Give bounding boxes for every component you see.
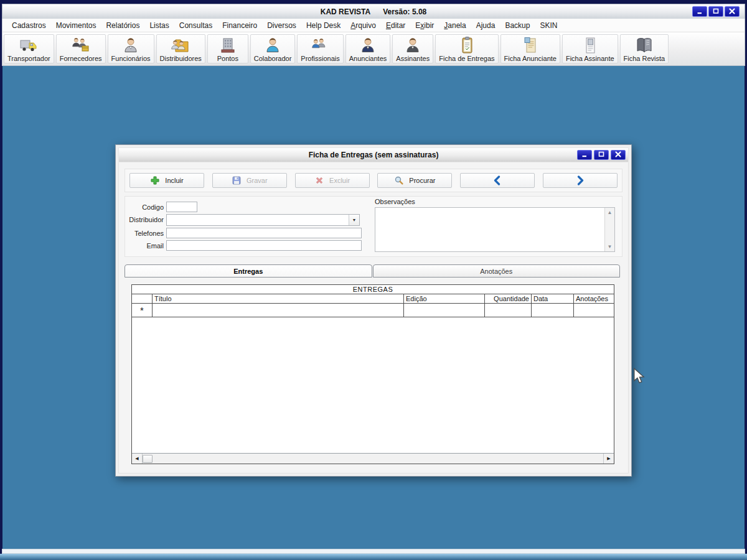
- ficha-de-entregas-window: Ficha de Entregas (sem assinaturas) Incl…: [115, 144, 632, 477]
- grid-column-header-edicao[interactable]: Edição: [404, 294, 485, 303]
- grid-column-header-anotacoes[interactable]: Anotações: [574, 294, 614, 303]
- observacoes-scrollbar[interactable]: ▲ ▼: [604, 208, 614, 251]
- toolbar-button-ficha-anunciante[interactable]: Ficha Anunciante: [500, 34, 560, 63]
- chevron-down-icon[interactable]: ▼: [349, 215, 359, 225]
- dialog-title: Ficha de Entregas (sem assinaturas): [309, 151, 439, 159]
- dialog-maximize-button[interactable]: [594, 150, 609, 160]
- next-record-button[interactable]: [543, 173, 618, 188]
- advertiser-person-icon: [359, 36, 377, 55]
- toolbar-button-profissionais[interactable]: Profissionais: [297, 34, 343, 63]
- close-button[interactable]: [725, 6, 740, 17]
- desktop: KAD REVISTA Versão: 5.08 CadastrosMovime…: [0, 0, 747, 560]
- collaborator-person-icon: [263, 36, 282, 55]
- toolbar-button-ficha-de-entregas[interactable]: Ficha de Entregas: [435, 34, 498, 63]
- toolbar-button-label: Transportador: [7, 55, 50, 62]
- menu-bar: CadastrosMovimentosRelatóriosListasConsu…: [2, 19, 745, 32]
- menu-item-janela[interactable]: Janela: [439, 19, 470, 32]
- scroll-down-icon[interactable]: ▼: [608, 244, 613, 250]
- grid-new-row-cell-titulo[interactable]: [153, 304, 404, 317]
- gravar-button[interactable]: Gravar: [212, 173, 287, 188]
- scroll-up-icon[interactable]: ▲: [608, 210, 613, 215]
- grid-new-row-cell-edicao[interactable]: [404, 304, 485, 317]
- subscriber-person-icon: [403, 36, 422, 55]
- mouse-cursor: [632, 368, 645, 384]
- tab-strip: Entregas Anotações: [125, 264, 620, 278]
- folder-people-icon: [171, 36, 190, 55]
- previous-record-button[interactable]: [460, 173, 535, 188]
- main-window-title: KAD REVISTA Versão: 5.08: [321, 7, 427, 16]
- menu-item-relatorios[interactable]: Relatórios: [101, 19, 144, 32]
- observacoes-textarea[interactable]: [375, 208, 604, 251]
- email-label: Email: [125, 242, 164, 250]
- grid-new-row-cell-indicator[interactable]: *: [132, 304, 153, 317]
- menu-item-cadastros[interactable]: Cadastros: [7, 19, 50, 32]
- employee-person-icon: [121, 36, 140, 55]
- delete-icon: [314, 175, 324, 185]
- app-title: KAD REVISTA: [321, 7, 370, 16]
- save-icon: [232, 175, 242, 185]
- truck-icon: [19, 36, 38, 55]
- grid-column-header-quantidade[interactable]: Quantidade: [485, 294, 532, 303]
- telefones-input[interactable]: [166, 228, 362, 238]
- menu-item-arquivo[interactable]: Arquivo: [346, 19, 380, 32]
- dialog-button-label: Gravar: [247, 177, 268, 184]
- maximize-button[interactable]: [708, 6, 723, 17]
- tab-entregas[interactable]: Entregas: [125, 264, 372, 278]
- menu-item-backup[interactable]: Backup: [500, 19, 534, 32]
- codigo-input[interactable]: [166, 202, 197, 212]
- scrollbar-thumb[interactable]: [143, 455, 153, 463]
- grid-column-header-titulo[interactable]: Título: [153, 294, 404, 303]
- incluir-button[interactable]: Incluir: [129, 173, 204, 188]
- maximize-icon: [712, 7, 720, 16]
- excluir-button[interactable]: Excluir: [295, 173, 370, 188]
- document-photo-icon: [581, 36, 599, 55]
- toolbar-button-assinantes[interactable]: Assinantes: [392, 34, 433, 63]
- toolbar-button-ficha-revista[interactable]: Ficha Revista: [620, 34, 669, 63]
- menu-item-skin[interactable]: SKIN: [535, 19, 561, 32]
- toolbar-button-distribuidores[interactable]: Distribuidores: [156, 34, 205, 63]
- toolbar-button-ficha-assinante[interactable]: Ficha Assinante: [562, 34, 618, 63]
- grid-new-row[interactable]: *: [132, 304, 614, 317]
- toolbar-button-anunciantes[interactable]: Anunciantes: [345, 34, 391, 63]
- toolbar-button-label: Colaborador: [254, 55, 292, 62]
- toolbar-button-label: Ficha Revista: [624, 55, 665, 62]
- grid-new-row-cell-anotacoes[interactable]: [574, 304, 614, 317]
- grid-horizontal-scrollbar[interactable]: ◀ ▶: [132, 453, 614, 464]
- distribuidor-combobox[interactable]: ▼: [166, 214, 360, 226]
- toolbar-button-transportador[interactable]: Transportador: [4, 34, 54, 63]
- menu-item-listas[interactable]: Listas: [145, 19, 173, 32]
- dialog-close-button[interactable]: [611, 150, 626, 160]
- codigo-label: Codigo: [125, 203, 164, 211]
- dialog-body: Incluir GravarExcluir Procurar Codigo Di…: [118, 162, 629, 474]
- menu-item-financeiro[interactable]: Financeiro: [218, 19, 261, 32]
- menu-item-ajuda[interactable]: Ajuda: [472, 19, 500, 32]
- mdi-client-area: Ficha de Entregas (sem assinaturas) Incl…: [2, 66, 745, 549]
- scroll-right-icon[interactable]: ▶: [603, 454, 614, 464]
- toolbar-button-colaborador[interactable]: Colaborador: [250, 34, 296, 63]
- toolbar-button-fornecedores[interactable]: Fornecedores: [56, 34, 106, 63]
- dialog-minimize-button[interactable]: [577, 150, 592, 160]
- menu-item-editar[interactable]: Editar: [382, 19, 410, 32]
- menu-item-consultas[interactable]: Consultas: [175, 19, 217, 32]
- menu-item-exibir[interactable]: Exibir: [411, 19, 438, 32]
- grid-column-header-data[interactable]: Data: [532, 294, 574, 303]
- menu-item-movimentos[interactable]: Movimentos: [52, 19, 101, 32]
- grid-new-row-cell-data[interactable]: [532, 304, 574, 317]
- grid-header-row: TítuloEdiçãoQuantidadeDataAnotações: [132, 294, 614, 304]
- email-input[interactable]: [166, 240, 362, 251]
- menu-item-diversos[interactable]: Diversos: [263, 19, 301, 32]
- grid-new-row-cell-quantidade[interactable]: [485, 304, 532, 317]
- procurar-button[interactable]: Procurar: [377, 173, 452, 188]
- menu-item-help-desk[interactable]: Help Desk: [302, 19, 345, 32]
- scroll-left-icon[interactable]: ◀: [132, 454, 143, 464]
- grid-column-header-indicator[interactable]: [132, 294, 153, 303]
- toolbar: Transportador Fornecedores Funcionários …: [2, 32, 745, 66]
- window-bottom-edge: [0, 554, 747, 560]
- observacoes-box: ▲ ▼: [375, 207, 615, 252]
- minimize-button[interactable]: [692, 6, 707, 17]
- toolbar-button-funcionarios[interactable]: Funcionários: [108, 34, 154, 63]
- document-note-icon: [521, 36, 540, 55]
- distribuidor-value: [167, 215, 349, 225]
- tab-anotacoes[interactable]: Anotações: [373, 264, 621, 278]
- toolbar-button-pontos[interactable]: Pontos: [207, 34, 248, 63]
